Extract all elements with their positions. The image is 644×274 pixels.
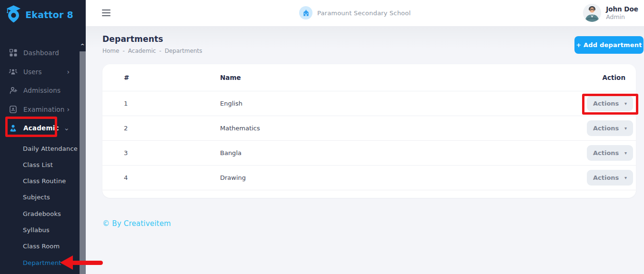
caret-down-icon: ▾: [624, 126, 627, 131]
chevron-right-icon: ›: [67, 106, 70, 113]
actions-dropdown-button[interactable]: Actions ▾: [587, 170, 633, 186]
row-name: Bangla: [220, 149, 587, 157]
actions-label: Actions: [593, 100, 619, 107]
sidebar: Ekattor 8 Dashboard: [0, 0, 86, 274]
subitem-label: Class Room: [23, 243, 60, 250]
sidebar-item-label: Dashboard: [23, 49, 59, 57]
caret-down-icon: ▾: [624, 150, 627, 156]
sidebar-subitem-daily-attendance[interactable]: Daily Attendance: [0, 143, 79, 154]
user-name: John Doe: [606, 5, 638, 13]
actions-dropdown-button[interactable]: Actions ▾: [587, 145, 633, 161]
footer-credit-link[interactable]: © By Creativeitem: [102, 219, 171, 228]
subitem-label: Gradebooks: [23, 210, 61, 217]
row-index: 4: [102, 174, 220, 181]
avatar: [583, 4, 601, 22]
sidebar-item-academic[interactable]: Academic ⌄: [0, 121, 79, 135]
row-index: 1: [102, 100, 220, 107]
sidebar-subitem-department[interactable]: Department: [0, 257, 79, 268]
logo-icon: [6, 5, 21, 25]
academic-icon: [9, 124, 17, 132]
column-header-index: #: [102, 74, 220, 81]
actions-dropdown-button[interactable]: Actions ▾: [587, 120, 633, 136]
row-name: Mathematics: [220, 125, 587, 132]
sidebar-subitem-class-routine[interactable]: Class Routine: [0, 175, 79, 186]
actions-label: Actions: [593, 149, 619, 157]
sidebar-subitem-class-room[interactable]: Class Room: [0, 240, 79, 252]
subitem-label: Department: [23, 259, 61, 266]
sidebar-item-examination[interactable]: Examination ›: [0, 102, 79, 117]
app: Ekattor 8 Dashboard: [0, 0, 644, 274]
sidebar-item-admissions[interactable]: Admissions: [0, 83, 79, 98]
departments-card: # Name Action 1 English Actions ▾ 2 Math…: [102, 64, 636, 198]
user-role: Admin: [606, 13, 638, 21]
logo[interactable]: Ekattor 8: [0, 5, 79, 25]
user-menu[interactable]: John Doe Admin: [583, 4, 638, 22]
column-header-action: Action: [603, 74, 636, 81]
row-index: 3: [102, 149, 220, 157]
school-icon: [299, 6, 312, 20]
breadcrumb-departments[interactable]: Departments: [165, 48, 202, 54]
school-badge: Paramount Secondary School: [299, 6, 411, 20]
sidebar-subitem-syllabus[interactable]: Syllabus: [0, 224, 79, 235]
users-icon: [9, 68, 17, 76]
table-row: 3 Bangla Actions ▾: [102, 141, 636, 166]
subitem-label: Daily Attendance: [23, 145, 78, 152]
sidebar-item-label: Examination: [23, 106, 65, 113]
breadcrumb-separator: -: [122, 48, 124, 54]
actions-dropdown-button[interactable]: Actions ▾: [587, 96, 633, 111]
table-header-row: # Name Action: [102, 64, 636, 91]
sidebar-item-label: Academic: [23, 124, 59, 132]
scroll-up-icon[interactable]: ^: [79, 42, 86, 50]
sidebar-item-users[interactable]: Users ›: [0, 65, 79, 79]
sidebar-item-label: Admissions: [23, 87, 60, 94]
sidebar-item-dashboard[interactable]: Dashboard: [0, 46, 79, 60]
menu-toggle-icon[interactable]: [102, 10, 111, 16]
page-title: Departments: [102, 34, 163, 44]
add-department-button[interactable]: + Add department: [574, 36, 644, 54]
sidebar-scrollbar[interactable]: ^: [79, 41, 86, 274]
table-row: 2 Mathematics Actions ▾: [102, 116, 636, 141]
actions-label: Actions: [593, 174, 619, 181]
subitem-label: Class List: [23, 161, 53, 168]
scrollbar-thumb[interactable]: [80, 51, 86, 274]
admissions-icon: [9, 87, 17, 95]
breadcrumb-separator: -: [159, 48, 161, 54]
examination-icon: [9, 106, 17, 114]
sidebar-subitem-gradebooks[interactable]: Gradebooks: [0, 208, 79, 219]
row-name: Drawing: [220, 174, 587, 181]
table-row: 4 Drawing Actions ▾: [102, 166, 636, 190]
row-name: English: [220, 100, 587, 107]
sidebar-item-label: Users: [23, 68, 42, 76]
breadcrumb-academic[interactable]: Academic: [128, 48, 156, 54]
school-name: Paramount Secondary School: [317, 10, 411, 17]
column-header-name: Name: [220, 74, 603, 81]
chevron-down-icon: ⌄: [63, 125, 70, 132]
table-row: 1 English Actions ▾: [102, 91, 636, 116]
logo-text: Ekattor 8: [25, 10, 73, 20]
topbar: Paramount Secondary School John Doe Admi…: [86, 0, 644, 27]
dashboard-icon: [9, 49, 17, 57]
chevron-right-icon: ›: [67, 68, 70, 75]
row-index: 2: [102, 125, 220, 132]
subitem-label: Syllabus: [23, 226, 50, 234]
sidebar-subitem-class-list[interactable]: Class List: [0, 159, 79, 170]
caret-down-icon: ▾: [624, 175, 627, 180]
sidebar-subitem-subjects[interactable]: Subjects: [0, 191, 79, 203]
subitem-label: Subjects: [23, 194, 50, 201]
breadcrumb: Home - Academic - Departments: [102, 48, 202, 54]
caret-down-icon: ▾: [624, 101, 627, 106]
breadcrumb-home[interactable]: Home: [102, 48, 119, 54]
actions-label: Actions: [593, 125, 619, 132]
subitem-label: Class Routine: [23, 177, 66, 185]
